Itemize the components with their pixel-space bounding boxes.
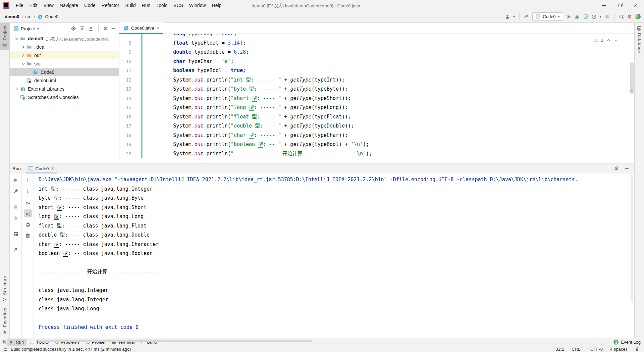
menu-item-file[interactable]: File [13,1,26,10]
status-items: 32:2CRLFUTF-84 spaces [556,347,628,352]
menu-item-refactor[interactable]: Refactor [99,1,122,10]
background-tasks-icon[interactable] [3,347,8,351]
minimize-button[interactable] [596,0,612,11]
toolbar-divider [519,13,520,20]
tree-chevron-icon[interactable] [20,45,26,49]
tree-item-demo0-iml[interactable]: demo0.iml [10,76,119,85]
debug-button[interactable] [575,14,580,19]
menu-item-window[interactable]: Window [186,1,209,10]
tree-chevron-icon[interactable] [14,37,19,41]
restore-icon [619,4,622,7]
minimize-run-panel-button[interactable] [624,166,630,171]
rerun-button[interactable] [12,176,20,184]
console-toolbar: ↑ ↓ [22,173,34,344]
soft-wrap-button[interactable] [24,198,32,206]
breadcrumb-item[interactable]: Code0 [45,14,59,19]
line-ending-indicator[interactable]: CRLF [572,347,583,352]
search-everywhere-icon[interactable] [619,14,624,19]
menu-item-edit[interactable]: Edit [26,1,41,10]
collapse-all-button[interactable] [88,26,94,31]
line-number: 19 [119,140,131,149]
line-number: 15 [119,103,131,112]
line-number: 7 [119,34,131,39]
menu-item-view[interactable]: View [41,1,57,10]
tree-chevron-icon[interactable] [14,87,19,91]
menu-item-vcs[interactable]: VCS [170,1,186,10]
iml-file-icon [26,78,33,83]
favorites-star-icon: ★ [2,329,7,335]
tree-item-src[interactable]: src [10,59,119,68]
print-console-button[interactable] [24,220,32,229]
hide-panel-button[interactable] [111,26,116,31]
run-settings-gear-icon[interactable]: ⚙ [614,165,619,171]
build-project-button[interactable] [524,14,529,19]
tree-item-out[interactable]: out [10,51,119,59]
java-class-icon: c [123,26,129,31]
console-line: class java.lang.Integer [39,295,634,305]
console-line: short 型: ---- class java.lang.Short [39,203,634,212]
write-access-lock-icon[interactable] [635,347,639,351]
menu-item-run[interactable]: Run [139,1,154,10]
run-with-coverage-button[interactable] [583,14,588,19]
indent-indicator[interactable]: 4 spaces [610,347,628,352]
code-line: char typeChar = 'a'; [149,57,634,66]
sidebar-tab-favorites[interactable]: Favorites ★ [2,305,7,338]
sidebar-tab-project[interactable]: Project [0,23,9,50]
tree-item-label: demo0.iml [34,78,56,83]
menu-item-navigate[interactable]: Navigate [57,1,81,10]
tree-chevron-icon[interactable] [20,53,26,57]
restore-layout-button[interactable] [12,230,20,238]
menu-item-tools[interactable]: Tools [153,1,170,10]
console-hscrollbar-thumb[interactable] [39,340,312,342]
project-view-select[interactable]: Project ▾ [14,26,39,31]
settings-gear-icon[interactable]: ⚙ [627,13,632,20]
navigation-toolbar: demo0›src›cCode0 ▾ Code0 ▾ ▾ ⚙ [0,11,644,23]
clear-console-button[interactable] [24,232,32,240]
restore-button[interactable] [612,0,628,11]
tree-item-scratches-and-consoles[interactable]: Scratches and Consoles [10,93,119,101]
breadcrumb-item[interactable]: demo0 [5,14,19,19]
run-console-output[interactable]: D:\Java\JDK\bin\java.exe "-javaagent:D:\… [34,173,634,344]
close-tab-icon[interactable] [156,27,159,30]
tree-item--idea[interactable]: .idea [10,43,119,51]
menu-item-code[interactable]: Code [81,1,98,10]
editor-tab-label: Code0.java [131,26,154,31]
menu-item-build[interactable]: Build [122,1,139,10]
pin-tab-icon[interactable] [12,246,20,254]
run-configuration-select[interactable]: Code0 ▾ [532,12,563,21]
menu-item-help[interactable]: Help [209,1,225,10]
sidebar-tab-structure[interactable]: Structure [2,273,7,305]
next-problem-icon[interactable] [614,38,618,42]
select-opened-file-button[interactable] [71,26,76,31]
run-config-settings-icon[interactable] [12,187,20,195]
minimize-icon [602,5,606,6]
expand-all-button[interactable] [79,26,85,31]
sidebar-tab-database[interactable]: Database [637,23,642,56]
tree-item-code0[interactable]: c Code0 [10,68,119,76]
tree-item-external-libraries[interactable]: External Libraries [10,85,119,93]
editor-tab-code0[interactable]: c Code0.java [119,22,163,34]
code-editor[interactable]: 7891011121314151617181920 long typeLong … [119,34,634,163]
panel-settings-gear-icon[interactable]: ⚙ [103,26,108,32]
profiler-button[interactable] [591,14,597,19]
warning-stripe-mark[interactable] [630,90,633,92]
plugin-sphere-icon[interactable] [635,14,641,19]
chevron-down-icon[interactable]: ▾ [600,15,601,18]
caret-position[interactable]: 32:2 [556,347,564,352]
user-icon[interactable] [505,14,510,19]
encoding-indicator[interactable]: UTF-8 [590,347,603,352]
scroll-to-end-button[interactable] [24,209,32,217]
inspection-widget[interactable]: ⚠ 1 [592,37,620,43]
tree-chevron-icon[interactable] [20,62,26,66]
prev-problem-icon[interactable] [606,38,611,42]
close-button[interactable] [628,0,644,11]
chevron-down-icon[interactable]: ▾ [513,15,515,18]
tool-window-switcher-icon[interactable] [1,340,6,345]
run-tab-code0[interactable]: Code0 [25,163,57,173]
close-run-tab-icon[interactable] [51,167,54,170]
breadcrumb-item[interactable]: src [25,14,32,19]
tree-item-demo0[interactable]: demo0E:\农大\Java\demoCode\demo0 [10,34,119,43]
console-vscrollbar-thumb[interactable] [631,175,633,302]
editor-scrollbar-thumb[interactable] [630,62,634,94]
run-button[interactable] [566,14,572,19]
